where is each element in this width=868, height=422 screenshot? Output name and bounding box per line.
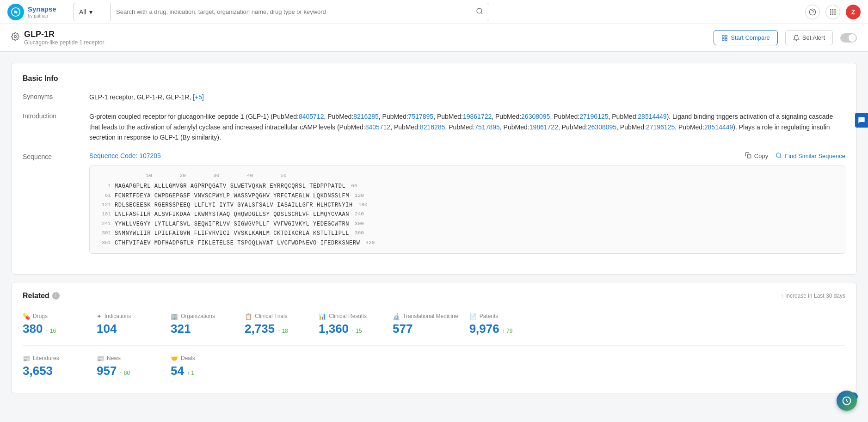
svg-point-1 xyxy=(477,8,482,13)
entity-name: GLP-1R xyxy=(24,30,104,39)
related-item-indications[interactable]: ✦ Indications 104 xyxy=(97,307,171,342)
nav-right-controls: Z xyxy=(805,5,861,19)
translational-medicine-icon: 🔬 xyxy=(393,313,400,320)
entity-description: Glucagon-like peptide 1 receptor xyxy=(24,39,104,46)
svg-rect-17 xyxy=(725,38,727,40)
help-button[interactable] xyxy=(805,5,820,19)
svg-rect-15 xyxy=(722,35,724,37)
svg-rect-8 xyxy=(830,11,831,12)
pubmed-link-10[interactable]: 7517895 xyxy=(474,123,500,131)
search-input[interactable] xyxy=(111,3,470,21)
user-avatar[interactable]: Z xyxy=(846,5,861,19)
chatbot-side-icon[interactable] xyxy=(855,113,868,128)
pubmed-link-2[interactable]: 8216285 xyxy=(353,113,379,120)
sequence-code-link[interactable]: Sequence Code: 107205 xyxy=(89,152,161,159)
pubmed-link-1[interactable]: 8405712 xyxy=(299,113,324,120)
related-item-translational-medicine[interactable]: 🔬 Translational Medicine 577 xyxy=(393,307,469,342)
news-icon: 📰 xyxy=(97,355,104,362)
pubmed-link-3[interactable]: 7517895 xyxy=(408,113,434,120)
pubmed-link-14[interactable]: 28514449 xyxy=(704,123,733,131)
pubmed-link-5[interactable]: 26308095 xyxy=(521,113,550,120)
logo-icon[interactable] xyxy=(7,4,24,20)
increase-label: ↑ Increase in Last 30 days xyxy=(781,293,845,299)
subheader-actions: Start Compare Set Alert xyxy=(714,30,857,45)
svg-rect-10 xyxy=(834,11,836,12)
svg-rect-13 xyxy=(834,13,836,15)
set-alert-button[interactable]: Set Alert xyxy=(785,30,833,45)
pubmed-link-13[interactable]: 27196125 xyxy=(646,123,675,131)
chevron-down-icon: ▾ xyxy=(89,8,92,16)
svg-point-14 xyxy=(14,36,17,38)
filter-dropdown[interactable]: All ▾ xyxy=(74,3,111,21)
seq-line-1: 1 MAGAPGPLRL ALLLGMVGR AGPRPQGATV SLWETV… xyxy=(97,182,837,191)
bottom-action-button[interactable] xyxy=(837,391,857,411)
entity-subheader: GLP-1R Glucagon-like peptide 1 receptor … xyxy=(0,24,868,52)
related-divider xyxy=(23,345,845,346)
copy-button[interactable]: Copy xyxy=(745,152,768,160)
related-item-news[interactable]: 📰 News 957 ↑ 80 xyxy=(97,349,171,384)
pubmed-link-12[interactable]: 26308095 xyxy=(588,123,616,131)
svg-rect-7 xyxy=(834,9,836,11)
find-similar-icon xyxy=(776,152,782,160)
related-item-deals[interactable]: 🤝 Deals 54 ↑ 1 xyxy=(171,349,245,384)
related-info-icon[interactable]: i xyxy=(52,292,60,300)
start-compare-button[interactable]: Start Compare xyxy=(714,30,778,45)
introduction-label: Introduction xyxy=(23,111,78,142)
sequence-ruler: 10 20 30 40 50 xyxy=(97,171,837,180)
sequence-label: Sequence xyxy=(23,152,78,254)
svg-rect-12 xyxy=(832,13,834,15)
clinical-results-icon: 📊 xyxy=(319,313,326,320)
svg-rect-9 xyxy=(832,11,834,12)
search-button[interactable] xyxy=(470,7,489,17)
related-item-organizations[interactable]: 🏢 Organizations 321 xyxy=(171,307,245,342)
svg-rect-18 xyxy=(722,38,724,40)
alert-toggle[interactable] xyxy=(840,33,857,43)
copy-icon xyxy=(745,152,751,160)
pubmed-link-11[interactable]: 19861722 xyxy=(529,123,558,131)
seq-line-6: 301 SNMNYWLIIR LPILFAIGVN FLIFVRVICI VVS… xyxy=(97,229,837,238)
sequence-display[interactable]: 10 20 30 40 50 1 MAGAPGPLRL ALLLGMVGR AG… xyxy=(89,165,845,254)
basic-info-title: Basic Info xyxy=(23,74,845,83)
seq-line-7: 361 CTHFVIFAEV MDFHADPGTLR FIKLETELSE TS… xyxy=(97,239,837,248)
related-item-patents[interactable]: 📄 Patents 9,976 ↑ 79 xyxy=(469,307,543,342)
related-item-clinical-trials[interactable]: 📋 Clinical Trials 2,735 ↑ 18 xyxy=(245,307,319,342)
svg-rect-16 xyxy=(725,35,727,37)
increase-arrow-icon: ↑ xyxy=(781,293,783,299)
related-item-literatures[interactable]: 📰 Literatures 3,653 xyxy=(23,349,97,384)
clinical-trials-icon: 📋 xyxy=(245,313,252,320)
related-items-row2: 📰 Literatures 3,653 📰 News 957 ↑ 80 xyxy=(23,349,845,384)
seq-line-2: 61 FCNRTFDEYA CWPDGEPGSF VNVSCPWYLP WASS… xyxy=(97,191,837,201)
organizations-icon: 🏢 xyxy=(171,313,178,320)
logo-text: Synapse by patnap xyxy=(28,5,56,19)
svg-rect-5 xyxy=(830,9,831,11)
patents-icon: 📄 xyxy=(469,313,477,320)
related-item-clinical-results[interactable]: 📊 Clinical Results 1,360 ↑ 15 xyxy=(319,307,393,342)
indications-icon: ✦ xyxy=(97,313,102,320)
related-items-row1: 💊 Drugs 380 ↑ 16 ✦ Indications 104 xyxy=(23,307,845,342)
sequence-actions: Copy Find Similar Sequence xyxy=(745,152,845,160)
drugs-icon: 💊 xyxy=(23,313,30,320)
pubmed-link-6[interactable]: 27196125 xyxy=(579,113,608,120)
related-title: Related xyxy=(23,292,49,300)
main-content: Basic Info Synonyms GLP-1 receptor, GLP-… xyxy=(0,52,868,412)
svg-point-20 xyxy=(776,153,781,157)
svg-rect-19 xyxy=(747,154,751,158)
related-card: Related i ↑ Increase in Last 30 days 💊 D… xyxy=(11,282,857,393)
synonyms-more-link[interactable]: [+5] xyxy=(193,93,204,101)
find-similar-button[interactable]: Find Similar Sequence xyxy=(776,152,845,160)
entity-info: GLP-1R Glucagon-like peptide 1 receptor xyxy=(24,30,104,46)
pubmed-link-7[interactable]: 28514449 xyxy=(638,113,666,120)
settings-icon[interactable] xyxy=(11,32,19,43)
related-item-drugs[interactable]: 💊 Drugs 380 ↑ 16 xyxy=(23,307,97,342)
pubmed-link-4[interactable]: 19861722 xyxy=(463,113,492,120)
entity-info-left: GLP-1R Glucagon-like peptide 1 receptor xyxy=(11,30,104,46)
pubmed-link-9[interactable]: 8216285 xyxy=(420,123,445,131)
pubmed-link-8[interactable]: 8405712 xyxy=(365,123,391,131)
sequence-row: Sequence Sequence Code: 107205 xyxy=(23,152,845,254)
deals-icon: 🤝 xyxy=(171,355,178,362)
related-title-row: Related i xyxy=(23,292,60,300)
apps-button[interactable] xyxy=(825,5,840,19)
basic-info-card: Basic Info Synonyms GLP-1 receptor, GLP-… xyxy=(11,63,857,275)
svg-rect-11 xyxy=(830,13,831,15)
synonyms-label: Synonyms xyxy=(23,92,78,102)
